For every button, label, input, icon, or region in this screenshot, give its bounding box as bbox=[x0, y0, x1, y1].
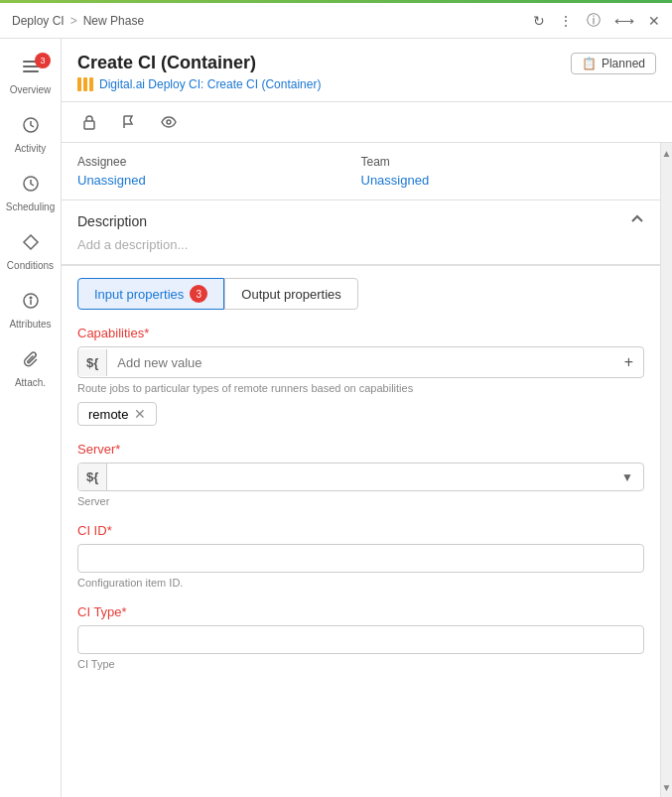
sidebar-item-attributes-label: Attributes bbox=[9, 319, 51, 330]
svg-marker-5 bbox=[24, 235, 38, 249]
scheduling-icon bbox=[21, 174, 41, 199]
collapse-icon[interactable] bbox=[630, 212, 644, 229]
capabilities-input-wrapper: ${ + bbox=[77, 346, 644, 378]
description-section: Description Add a description... bbox=[62, 200, 660, 265]
team-label: Team bbox=[361, 155, 645, 169]
description-title: Description bbox=[77, 213, 147, 229]
attach-icon bbox=[21, 349, 41, 374]
scroll-down-button[interactable]: ▼ bbox=[661, 777, 672, 797]
flag-tab-icon[interactable] bbox=[117, 112, 141, 136]
sidebar-item-overview-label: Overview bbox=[10, 84, 52, 95]
header-subtitle: Digital.ai Deploy CI: Create CI (Contain… bbox=[77, 77, 321, 91]
breadcrumb-part2: New Phase bbox=[83, 14, 144, 28]
refresh-icon[interactable]: ↻ bbox=[533, 13, 545, 29]
ci-id-label: CI ID* bbox=[77, 523, 644, 538]
svg-rect-2 bbox=[23, 70, 39, 72]
top-bar: Deploy CI > New Phase ↻ ⋮ ⓘ ⟷ ✕ bbox=[0, 3, 672, 39]
sidebar-item-attach[interactable]: Attach. bbox=[0, 339, 61, 398]
tab-icons-row bbox=[62, 102, 672, 143]
breadcrumb-part1: Deploy CI bbox=[12, 14, 65, 28]
breadcrumb: Deploy CI > New Phase bbox=[12, 14, 144, 28]
sidebar-item-attach-label: Attach. bbox=[15, 377, 46, 388]
sidebar-item-conditions[interactable]: Conditions bbox=[0, 222, 61, 281]
server-label-text: Server bbox=[77, 442, 115, 457]
ci-type-input[interactable] bbox=[77, 625, 644, 654]
eye-tab-icon[interactable] bbox=[157, 112, 181, 136]
description-placeholder[interactable]: Add a description... bbox=[77, 237, 644, 252]
ci-id-input[interactable] bbox=[77, 544, 644, 573]
assignee-field: Assignee Unassigned bbox=[77, 155, 361, 188]
subtitle-bars bbox=[77, 77, 93, 91]
sidebar-item-scheduling[interactable]: Scheduling bbox=[0, 164, 61, 222]
ci-type-field: CI Type* CI Type bbox=[77, 604, 644, 670]
bar2 bbox=[83, 77, 87, 91]
server-required: * bbox=[115, 442, 120, 457]
team-value[interactable]: Unassigned bbox=[361, 173, 645, 188]
status-label: Planned bbox=[602, 57, 645, 70]
calendar-icon: 📋 bbox=[582, 57, 597, 70]
capabilities-hint: Route jobs to particular types of remote… bbox=[77, 382, 644, 394]
ci-id-required: * bbox=[107, 523, 112, 538]
capabilities-tags: remote ✕ bbox=[77, 402, 644, 426]
input-tab-badge: 3 bbox=[190, 285, 207, 303]
overview-badge: 3 bbox=[35, 53, 51, 68]
capabilities-prefix: ${ bbox=[78, 349, 107, 376]
ci-id-field: CI ID* Configuration item ID. bbox=[77, 523, 644, 589]
assignee-value[interactable]: Unassigned bbox=[77, 173, 361, 188]
capabilities-input[interactable] bbox=[107, 349, 613, 376]
input-properties-label: Input properties bbox=[94, 287, 184, 302]
ci-type-label-text: CI Type bbox=[77, 604, 122, 619]
server-label: Server* bbox=[77, 442, 644, 457]
main-scroll[interactable]: Assignee Unassigned Team Unassigned Desc… bbox=[62, 143, 672, 797]
description-header: Description bbox=[77, 212, 644, 229]
scroll-up-button[interactable]: ▲ bbox=[661, 143, 672, 163]
sidebar-item-conditions-label: Conditions bbox=[7, 260, 54, 271]
scroll-thumb-area bbox=[661, 163, 672, 777]
page-title: Create CI (Container) bbox=[77, 53, 321, 73]
subtitle-text: Digital.ai Deploy CI: Create CI (Contain… bbox=[99, 77, 321, 91]
close-icon[interactable]: ✕ bbox=[648, 13, 660, 29]
svg-point-10 bbox=[167, 120, 171, 124]
scroll-inner: Assignee Unassigned Team Unassigned Desc… bbox=[62, 143, 660, 797]
capabilities-field: Capabilities* ${ + Route jobs to particu… bbox=[77, 326, 644, 426]
conditions-icon bbox=[21, 232, 41, 257]
more-icon[interactable]: ⋮ bbox=[559, 13, 573, 29]
activity-icon bbox=[21, 115, 41, 140]
props-tabs: Input properties 3 Output properties bbox=[77, 278, 644, 310]
tab-output-properties[interactable]: Output properties bbox=[224, 278, 357, 310]
capabilities-label: Capabilities* bbox=[77, 326, 644, 340]
properties-section: Input properties 3 Output properties Cap… bbox=[62, 266, 660, 698]
svg-rect-9 bbox=[84, 121, 94, 129]
capabilities-add-button[interactable]: + bbox=[614, 347, 643, 377]
ci-id-label-text: CI ID bbox=[77, 523, 107, 538]
ci-type-label: CI Type* bbox=[77, 604, 644, 619]
tab-input-properties[interactable]: Input properties 3 bbox=[77, 278, 224, 310]
sidebar: 3 Overview Activity bbox=[0, 39, 62, 797]
output-properties-label: Output properties bbox=[241, 287, 340, 302]
sidebar-item-overview[interactable]: 3 Overview bbox=[0, 47, 61, 105]
ci-id-hint: Configuration item ID. bbox=[77, 577, 644, 589]
top-bar-actions: ↻ ⋮ ⓘ ⟷ ✕ bbox=[533, 12, 660, 30]
scroll-track: ▲ ▼ bbox=[660, 143, 672, 797]
sidebar-item-activity[interactable]: Activity bbox=[0, 105, 61, 164]
attributes-icon bbox=[21, 291, 41, 316]
server-select[interactable] bbox=[107, 464, 611, 490]
sidebar-item-attributes[interactable]: Attributes bbox=[0, 281, 61, 339]
expand-icon[interactable]: ⟷ bbox=[614, 13, 634, 29]
lock-tab-icon[interactable] bbox=[77, 112, 101, 136]
assignee-team-row: Assignee Unassigned Team Unassigned bbox=[62, 143, 660, 200]
sidebar-item-scheduling-label: Scheduling bbox=[6, 201, 55, 212]
server-hint: Server bbox=[77, 495, 644, 507]
tag-remote: remote ✕ bbox=[77, 402, 157, 426]
status-badge: 📋 Planned bbox=[571, 53, 656, 74]
tag-remote-label: remote bbox=[88, 407, 128, 422]
server-field: Server* ${ ▼ Server bbox=[77, 442, 644, 507]
info-icon[interactable]: ⓘ bbox=[587, 12, 601, 30]
breadcrumb-separator: > bbox=[70, 14, 77, 28]
capabilities-label-text: Capabilities bbox=[77, 326, 144, 340]
tag-remote-remove[interactable]: ✕ bbox=[134, 406, 146, 422]
bar1 bbox=[77, 77, 81, 91]
bar3 bbox=[89, 77, 93, 91]
svg-point-8 bbox=[30, 297, 32, 299]
server-dropdown-arrow[interactable]: ▼ bbox=[611, 465, 643, 490]
